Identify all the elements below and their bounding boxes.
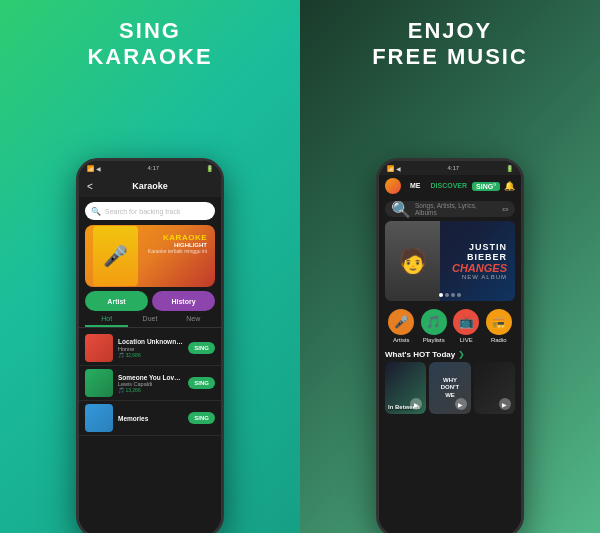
banner-text: KARAOKE HIGHLIGHT Karaoke terbaik minggu… bbox=[148, 233, 207, 254]
left-title-line2: KARAOKE bbox=[87, 44, 212, 69]
live-icon-circle: 📺 bbox=[453, 309, 479, 335]
artist-info: JUSTIN BIEBER CHANGES NEW ALBUM bbox=[440, 234, 515, 288]
left-phone: 📶 ◀ 4:17 🔋 < Karaoke 🔍 Search for backin… bbox=[76, 158, 224, 533]
left-title-line1: SING bbox=[119, 18, 181, 43]
hot-arrow[interactable]: ❯ bbox=[458, 350, 465, 359]
banner-desc: Karaoke terbaik minggu ini bbox=[148, 248, 207, 254]
right-panel: ENJOY FREE MUSIC 📶 ◀ 4:17 🔋 ME DISCOVER … bbox=[300, 0, 600, 533]
search-placeholder-right: Songs, Artists, Lyrics, Albums bbox=[415, 202, 498, 216]
radio-label: Radio bbox=[491, 337, 507, 343]
nav-tab-me[interactable]: ME bbox=[405, 182, 426, 191]
status-battery-left: 🔋 bbox=[206, 165, 213, 172]
song-item-2[interactable]: Someone You Loved Score Lewis Capaldi 🎵 … bbox=[79, 366, 221, 401]
icon-item-playlists[interactable]: 🎵 Playlists bbox=[421, 309, 447, 343]
nav-tab-sing[interactable]: SING° bbox=[472, 182, 500, 191]
tab-duet[interactable]: Duet bbox=[128, 315, 171, 327]
status-time-right: 4:17 bbox=[447, 165, 459, 171]
icon-item-live[interactable]: 📺 LIVE bbox=[453, 309, 479, 343]
right-phone: 📶 ◀ 4:17 🔋 ME DISCOVER SING° 🔔 🔍 Songs, … bbox=[376, 158, 524, 533]
dot-4 bbox=[457, 293, 461, 297]
status-battery-right: 🔋 bbox=[506, 165, 513, 172]
icon-item-radio[interactable]: 📻 Radio bbox=[486, 309, 512, 343]
dot-3 bbox=[451, 293, 455, 297]
song-plays-2: 🎵 13,266 bbox=[118, 387, 183, 393]
karaoke-header: < Karaoke bbox=[79, 175, 221, 197]
artists-icon-circle: 🎤 bbox=[388, 309, 414, 335]
banner-label: KARAOKE bbox=[148, 233, 207, 242]
bell-icon[interactable]: 🔔 bbox=[504, 181, 515, 191]
status-bar-right: 📶 ◀ 4:17 🔋 bbox=[379, 161, 521, 175]
search-placeholder-left: Search for backing track bbox=[105, 208, 180, 215]
song-thumbnail-3 bbox=[85, 404, 113, 432]
song-thumbnail-2 bbox=[85, 369, 113, 397]
song-info-1: Location Unknown ♩ (B... Honne 🎵 32,686 bbox=[118, 338, 183, 358]
right-phone-screen: 📶 ◀ 4:17 🔋 ME DISCOVER SING° 🔔 🔍 Songs, … bbox=[379, 161, 521, 533]
playlists-label: Playlists bbox=[423, 337, 445, 343]
nav-tabs: ME DISCOVER SING° bbox=[401, 182, 504, 191]
live-label: LIVE bbox=[460, 337, 473, 343]
song-plays-1: 🎵 32,686 bbox=[118, 352, 183, 358]
left-title: SING KARAOKE bbox=[87, 18, 212, 71]
right-title-line1: ENJOY bbox=[408, 18, 493, 43]
history-button[interactable]: History bbox=[152, 291, 215, 311]
tab-row: Hot Duet New bbox=[79, 315, 221, 328]
song-item-3[interactable]: Memories SING bbox=[79, 401, 221, 436]
karaoke-banner[interactable]: KARAOKE HIGHLIGHT Karaoke terbaik minggu… bbox=[85, 225, 215, 287]
left-phone-screen: 📶 ◀ 4:17 🔋 < Karaoke 🔍 Search for backin… bbox=[79, 161, 221, 533]
song-name-2: Someone You Loved Score bbox=[118, 374, 183, 381]
artist-button[interactable]: Artist bbox=[85, 291, 148, 311]
tab-hot[interactable]: Hot bbox=[85, 315, 128, 327]
artists-label: Artists bbox=[393, 337, 410, 343]
icon-row: 🎤 Artists 🎵 Playlists 📺 LIVE 📻 Radio bbox=[379, 305, 521, 347]
song-name-3: Memories bbox=[118, 415, 183, 422]
album-name: CHANGES bbox=[448, 262, 507, 274]
dot-2 bbox=[445, 293, 449, 297]
search-bar-right[interactable]: 🔍 Songs, Artists, Lyrics, Albums ⇔ bbox=[385, 201, 515, 217]
hot-play-3[interactable]: ▶ bbox=[499, 398, 511, 410]
banner-dots bbox=[439, 293, 461, 297]
search-icon-left: 🔍 bbox=[91, 207, 101, 216]
hot-grid: In Between ▶ WHYDON'TWE ▶ ▶ bbox=[379, 362, 521, 414]
radio-icon-circle: 📻 bbox=[486, 309, 512, 335]
search-icon-right: 🔍 bbox=[391, 200, 411, 219]
song-info-2: Someone You Loved Score Lewis Capaldi 🎵 … bbox=[118, 374, 183, 393]
nav-tab-discover[interactable]: DISCOVER bbox=[426, 182, 473, 191]
status-signal-right: 📶 ◀ bbox=[387, 165, 401, 172]
tab-new[interactable]: New bbox=[172, 315, 215, 327]
search-bar-left[interactable]: 🔍 Search for backing track bbox=[85, 202, 215, 220]
banner-figure bbox=[93, 226, 138, 286]
hot-item-3[interactable]: ▶ bbox=[474, 362, 515, 414]
right-title: ENJOY FREE MUSIC bbox=[372, 18, 528, 71]
nav-avatar[interactable] bbox=[385, 178, 401, 194]
album-label: NEW ALBUM bbox=[448, 274, 507, 280]
karaoke-title: Karaoke bbox=[132, 181, 168, 191]
song-info-3: Memories bbox=[118, 415, 183, 422]
hot-item-1[interactable]: In Between ▶ bbox=[385, 362, 426, 414]
right-title-line2: FREE MUSIC bbox=[372, 44, 528, 69]
dot-1 bbox=[439, 293, 443, 297]
playlists-icon-circle: 🎵 bbox=[421, 309, 447, 335]
right-nav: ME DISCOVER SING° 🔔 bbox=[379, 175, 521, 197]
hot-header: What's HOT Today ❯ bbox=[379, 347, 521, 362]
status-time-left: 4:17 bbox=[147, 165, 159, 171]
hot-item-2[interactable]: WHYDON'TWE ▶ bbox=[429, 362, 470, 414]
artist-figure: 🧑 bbox=[385, 221, 440, 301]
hot-play-2[interactable]: ▶ bbox=[455, 398, 467, 410]
sing-button-1[interactable]: SING bbox=[188, 342, 215, 354]
artist-name: JUSTIN BIEBER bbox=[448, 242, 507, 262]
artist-banner-bg: 🧑 JUSTIN BIEBER CHANGES NEW ALBUM bbox=[385, 221, 515, 301]
sing-button-2[interactable]: SING bbox=[188, 377, 215, 389]
category-buttons: Artist History bbox=[85, 291, 215, 311]
song-name-1: Location Unknown ♩ (B... bbox=[118, 338, 183, 346]
song-thumbnail-1 bbox=[85, 334, 113, 362]
expand-icon: ⇔ bbox=[502, 205, 509, 214]
sing-button-3[interactable]: SING bbox=[188, 412, 215, 424]
status-signal-left: 📶 ◀ bbox=[87, 165, 101, 172]
hot-title: What's HOT Today bbox=[385, 350, 455, 359]
artist-banner[interactable]: 🧑 JUSTIN BIEBER CHANGES NEW ALBUM bbox=[385, 221, 515, 301]
icon-item-artists[interactable]: 🎤 Artists bbox=[388, 309, 414, 343]
left-panel: SING KARAOKE 📶 ◀ 4:17 🔋 < Karaoke 🔍 Sear… bbox=[0, 0, 300, 533]
song-list: Location Unknown ♩ (B... Honne 🎵 32,686 … bbox=[79, 331, 221, 533]
back-button[interactable]: < bbox=[87, 181, 93, 192]
song-item[interactable]: Location Unknown ♩ (B... Honne 🎵 32,686 … bbox=[79, 331, 221, 366]
